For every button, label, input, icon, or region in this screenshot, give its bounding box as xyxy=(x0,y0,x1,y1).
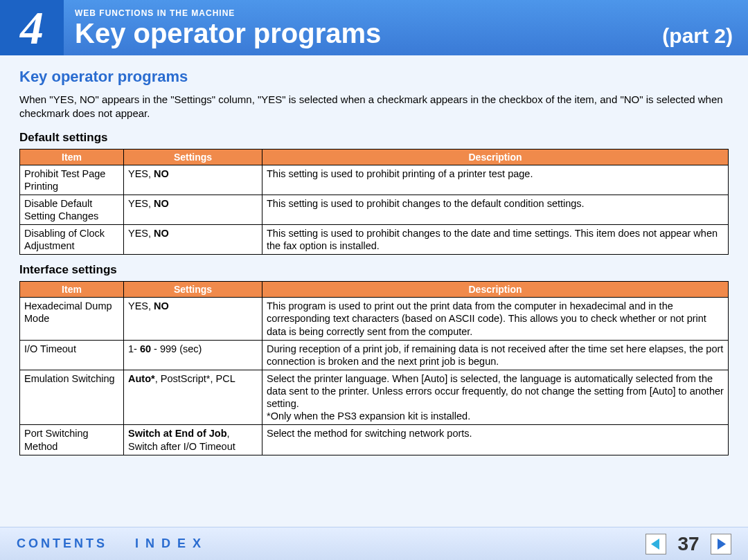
interface-settings-table: Item Settings Description Hexadecimal Du… xyxy=(19,281,729,455)
interface-settings-heading: Interface settings xyxy=(19,263,729,277)
cell-settings: YES, NO xyxy=(124,165,262,195)
cell-settings: 1- 60 - 999 (sec) xyxy=(124,340,262,370)
cell-description: This program is used to print out the pr… xyxy=(262,298,729,340)
cell-description: Select the printer language. When [Auto]… xyxy=(262,370,729,425)
chapter-number: 4 xyxy=(0,0,64,55)
triangle-right-icon xyxy=(714,537,728,551)
chapter-banner: 4 WEB FUNCTIONS IN THE MACHINE Key opera… xyxy=(0,0,748,55)
cell-description: This setting is used to prohibit printin… xyxy=(262,165,729,195)
intro-text: When "YES, NO" appears in the "Settings"… xyxy=(19,93,729,121)
page: 4 WEB FUNCTIONS IN THE MACHINE Key opera… xyxy=(0,0,748,560)
page-number: 37 xyxy=(676,533,701,555)
cell-item: Emulation Switching xyxy=(20,370,124,425)
th-item: Item xyxy=(20,282,124,298)
cell-description: This setting is used to prohibit changes… xyxy=(262,225,729,255)
cell-item: Disabling of Clock Adjustment xyxy=(20,225,124,255)
default-settings-heading: Default settings xyxy=(19,131,729,145)
interface-settings-tbody: Hexadecimal Dump ModeYES, NOThis program… xyxy=(20,298,729,455)
th-item: Item xyxy=(20,149,124,165)
table-row: Disabling of Clock AdjustmentYES, NOThis… xyxy=(20,225,729,255)
table-row: Emulation SwitchingAuto*, PostScript*, P… xyxy=(20,370,729,425)
chapter-title: Key operator programs xyxy=(75,18,381,49)
footer-bar: CONTENTS INDEX 37 xyxy=(0,527,748,560)
svg-marker-1 xyxy=(718,539,726,550)
th-description: Description xyxy=(262,149,729,165)
table-row: Port Switching MethodSwitch at End of Jo… xyxy=(20,425,729,455)
kicker: WEB FUNCTIONS IN THE MACHINE xyxy=(75,8,733,18)
default-settings-tbody: Prohibit Test Page PrintingYES, NOThis s… xyxy=(20,165,729,255)
prev-page-button[interactable] xyxy=(645,534,666,554)
cell-item: I/O Timeout xyxy=(20,340,124,370)
page-body: Key operator programs When "YES, NO" app… xyxy=(0,55,748,471)
section-heading: Key operator programs xyxy=(19,68,729,86)
th-settings: Settings xyxy=(124,149,262,165)
table-row: Prohibit Test Page PrintingYES, NOThis s… xyxy=(20,165,729,195)
cell-settings: YES, NO xyxy=(124,225,262,255)
cell-description: Select the method for switching network … xyxy=(262,425,729,455)
table-row: Hexadecimal Dump ModeYES, NOThis program… xyxy=(20,298,729,340)
triangle-left-icon xyxy=(649,537,663,551)
default-settings-table: Item Settings Description Prohibit Test … xyxy=(19,149,729,255)
next-page-button[interactable] xyxy=(711,534,731,554)
contents-link[interactable]: CONTENTS xyxy=(17,536,107,551)
svg-marker-0 xyxy=(651,539,659,550)
th-settings: Settings xyxy=(124,282,262,298)
cell-settings: Switch at End of Job, Switch after I/O T… xyxy=(124,425,262,455)
cell-settings: Auto*, PostScript*, PCL xyxy=(124,370,262,425)
cell-settings: YES, NO xyxy=(124,195,262,224)
cell-item: Disable Default Setting Changes xyxy=(20,195,124,224)
index-link[interactable]: INDEX xyxy=(135,536,208,551)
cell-item: Prohibit Test Page Printing xyxy=(20,165,124,195)
cell-description: During reception of a print job, if rema… xyxy=(262,340,729,370)
table-row: Disable Default Setting ChangesYES, NOTh… xyxy=(20,195,729,224)
cell-item: Hexadecimal Dump Mode xyxy=(20,298,124,340)
part-label: (part 2) xyxy=(662,24,733,48)
banner-content: WEB FUNCTIONS IN THE MACHINE Key operato… xyxy=(64,0,748,55)
th-description: Description xyxy=(262,282,729,298)
cell-settings: YES, NO xyxy=(124,298,262,340)
cell-description: This setting is used to prohibit changes… xyxy=(262,195,729,224)
table-row: I/O Timeout1- 60 - 999 (sec)During recep… xyxy=(20,340,729,370)
cell-item: Port Switching Method xyxy=(20,425,124,455)
